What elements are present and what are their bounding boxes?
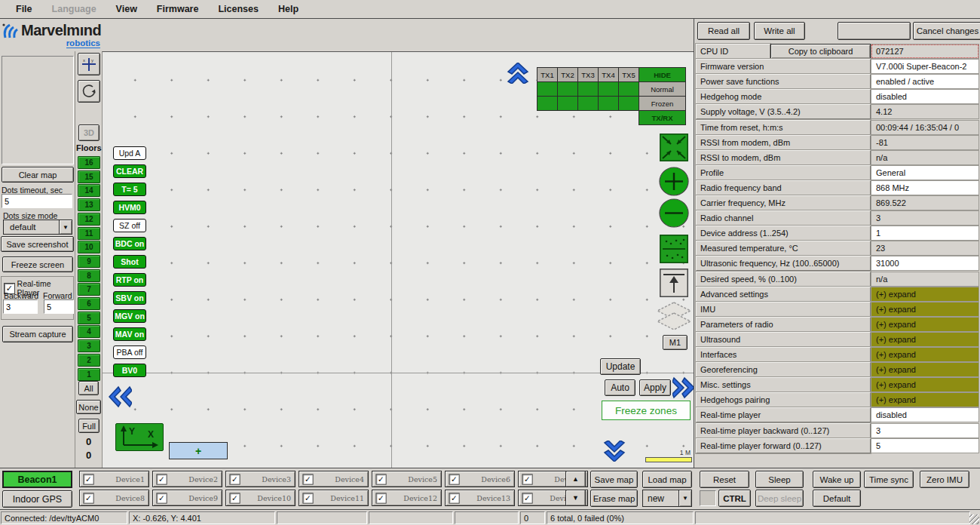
setting-value-ultrasound[interactable]: (+) expand bbox=[871, 332, 979, 347]
floor-button-7[interactable]: 7 bbox=[78, 283, 100, 296]
backward-input[interactable] bbox=[3, 299, 38, 314]
tx-cell-tx2[interactable] bbox=[557, 96, 578, 111]
floor-button-2[interactable]: 2 bbox=[78, 354, 100, 367]
setting-value-interfaces[interactable]: (+) expand bbox=[871, 347, 979, 362]
mode-button-bv0[interactable]: BV0 bbox=[113, 364, 146, 377]
cancel-changes-button[interactable]: Cancel changes bbox=[913, 22, 980, 40]
collapse-down-button[interactable] bbox=[603, 441, 626, 462]
device-toggle-device6[interactable]: ✓Device6 bbox=[445, 471, 515, 487]
checkbox-checked-icon[interactable]: ✓ bbox=[84, 493, 93, 502]
tx-cell-tx5[interactable] bbox=[618, 81, 639, 97]
checkbox-checked-icon[interactable]: ✓ bbox=[157, 474, 166, 484]
dots-timeout-input[interactable] bbox=[2, 194, 72, 208]
floor-button-9[interactable]: 9 bbox=[78, 255, 100, 268]
floor-button-11[interactable]: 11 bbox=[78, 227, 100, 240]
menu-language[interactable]: Language bbox=[42, 2, 106, 17]
device-list-down-button[interactable]: ▼ bbox=[565, 490, 586, 506]
setting-value-advanced-settings[interactable]: (+) expand bbox=[871, 287, 979, 302]
tx-cell-tx2[interactable] bbox=[557, 81, 578, 97]
mode-button-mgv-on[interactable]: MGV on bbox=[113, 309, 146, 323]
freeze-screen-button[interactable]: Freeze screen bbox=[2, 256, 73, 272]
floor-button-6[interactable]: 6 bbox=[78, 297, 100, 310]
mode-button-mav-on[interactable]: MAV on bbox=[113, 327, 146, 341]
floor-button-15[interactable]: 15 bbox=[78, 170, 100, 183]
auto-button[interactable]: Auto bbox=[605, 379, 635, 396]
mode-button-clear[interactable]: CLEAR bbox=[113, 164, 146, 178]
floors-full-button[interactable]: Full bbox=[78, 419, 100, 433]
view-3d-button[interactable]: 3D bbox=[78, 124, 100, 141]
setting-value-georeferencing[interactable]: (+) expand bbox=[871, 362, 979, 377]
device-toggle-device13[interactable]: ✓Device13 bbox=[445, 490, 515, 506]
menu-help[interactable]: Help bbox=[268, 2, 308, 17]
upload-z-button[interactable] bbox=[660, 269, 688, 297]
tx-cell-tx3[interactable] bbox=[577, 81, 599, 97]
tx-row-label-txrx[interactable]: TX/RX bbox=[639, 110, 686, 125]
mode-button-sbv-on[interactable]: SBV on bbox=[113, 291, 146, 305]
load-map-button[interactable]: Load map bbox=[642, 471, 692, 488]
update-button[interactable]: Update bbox=[600, 358, 641, 375]
floor-button-12[interactable]: 12 bbox=[78, 213, 100, 226]
zoom-in-button[interactable] bbox=[659, 167, 689, 196]
setting-value-imu[interactable]: (+) expand bbox=[871, 302, 979, 317]
xy-axis-view-button[interactable]: x y bbox=[78, 53, 100, 75]
tx-row-label-frozen[interactable]: Frozen bbox=[639, 96, 686, 111]
apply-button[interactable]: Apply bbox=[639, 379, 671, 396]
floor-button-4[interactable]: 4 bbox=[78, 325, 100, 338]
floor-button-14[interactable]: 14 bbox=[78, 184, 100, 197]
blank-button[interactable] bbox=[838, 22, 911, 40]
time-sync-button[interactable]: Time sync bbox=[864, 471, 914, 488]
indoor-gps-button[interactable]: Indoor GPS bbox=[2, 490, 72, 508]
mode-button-shot[interactable]: Shot bbox=[113, 255, 146, 269]
zoom-out-button[interactable] bbox=[659, 198, 689, 228]
wake-up-button[interactable]: Wake up bbox=[813, 471, 861, 488]
mode-button-rtp-on[interactable]: RTP on bbox=[113, 273, 146, 287]
tx-cell-tx1[interactable] bbox=[537, 81, 558, 97]
floor-button-8[interactable]: 8 bbox=[78, 269, 100, 282]
expand-right-button[interactable] bbox=[672, 376, 695, 399]
rotate-view-button[interactable] bbox=[78, 80, 100, 103]
read-all-button[interactable]: Read all bbox=[697, 22, 750, 40]
checkbox-checked-icon[interactable]: ✓ bbox=[303, 493, 312, 502]
checkbox-checked-icon[interactable]: ✓ bbox=[522, 474, 531, 484]
layers-button[interactable] bbox=[655, 301, 693, 333]
floors-none-button[interactable]: None bbox=[76, 400, 101, 414]
chevron-down-icon[interactable]: ▼ bbox=[59, 220, 72, 234]
collapse-up-button[interactable] bbox=[507, 63, 529, 84]
device-toggle-device3[interactable]: ✓Device3 bbox=[225, 471, 296, 487]
device-toggle-device8[interactable]: ✓Device8 bbox=[79, 490, 149, 506]
map-canvas[interactable]: TX1TX2TX3TX4TX5HIDENormalFrozenTX/RX bbox=[102, 51, 694, 468]
zero-imu-button[interactable]: Zero IMU bbox=[920, 471, 969, 488]
tx-cell-tx5[interactable] bbox=[618, 96, 639, 111]
checkbox-checked-icon[interactable]: ✓ bbox=[157, 493, 166, 502]
save-screenshot-button[interactable]: Save screenshot bbox=[1, 236, 74, 252]
clear-map-button[interactable]: Clear map bbox=[2, 167, 74, 183]
tx-cell-tx4[interactable] bbox=[598, 81, 619, 97]
add-submap-button[interactable]: + bbox=[169, 442, 228, 459]
setting-value-parameters-of-radio[interactable]: (+) expand bbox=[871, 317, 979, 332]
tx-cell-tx4[interactable] bbox=[598, 96, 619, 111]
reset-button[interactable]: Reset bbox=[700, 471, 749, 488]
floor-button-1[interactable]: 1 bbox=[78, 368, 100, 381]
checkbox-checked-icon[interactable]: ✓ bbox=[84, 474, 93, 484]
device-toggle-device12[interactable]: ✓Device12 bbox=[372, 490, 442, 506]
erase-map-button[interactable]: Erase map bbox=[590, 490, 638, 507]
mode-button-pba-off[interactable]: PBA off bbox=[113, 345, 146, 359]
floor-button-5[interactable]: 5 bbox=[78, 312, 100, 324]
floor-button-16[interactable]: 16 bbox=[78, 156, 100, 169]
checkbox-checked-icon[interactable]: ✓ bbox=[303, 474, 312, 484]
device-toggle-device4[interactable]: ✓Device4 bbox=[299, 471, 369, 487]
tx-cell-tx1[interactable] bbox=[537, 96, 558, 111]
left-empty-listbox[interactable] bbox=[2, 56, 74, 164]
menu-view[interactable]: View bbox=[106, 2, 147, 17]
checkbox-checked-icon[interactable]: ✓ bbox=[230, 493, 239, 502]
checkbox-checked-icon[interactable]: ✓ bbox=[376, 474, 385, 484]
device-toggle-device5[interactable]: ✓Device5 bbox=[372, 471, 442, 487]
checkbox-checked-icon[interactable]: ✓ bbox=[449, 474, 458, 484]
collapse-left-button[interactable] bbox=[108, 385, 132, 408]
floor-button-10[interactable]: 10 bbox=[78, 241, 100, 253]
tab-beacon1[interactable]: Beacon1 bbox=[2, 471, 72, 488]
menu-firmware[interactable]: Firmware bbox=[147, 2, 209, 17]
mode-button-bdc-on[interactable]: BDC on bbox=[113, 237, 146, 250]
checkbox-checked-icon[interactable]: ✓ bbox=[376, 493, 385, 502]
dots-size-mode-select[interactable]: default ▼ bbox=[3, 220, 72, 235]
